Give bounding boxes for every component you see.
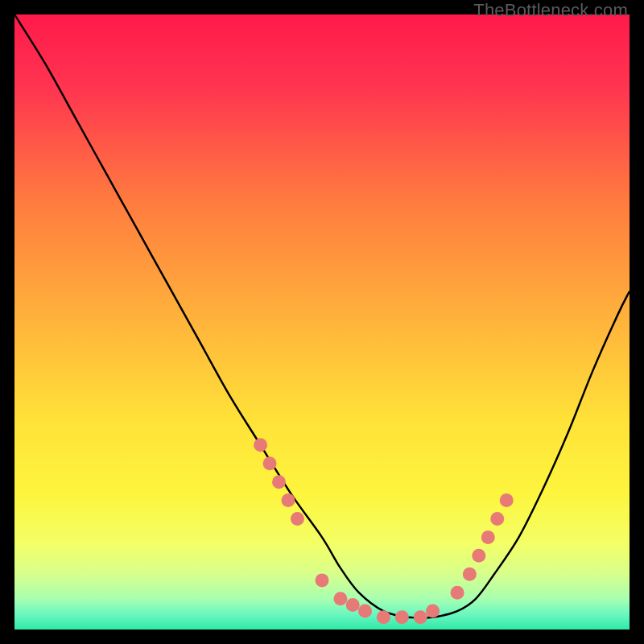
svg-point-16 bbox=[472, 549, 485, 563]
svg-point-11 bbox=[395, 610, 409, 624]
svg-point-7 bbox=[333, 592, 347, 605]
highlight-dots bbox=[254, 438, 514, 624]
svg-point-9 bbox=[358, 605, 372, 618]
svg-point-18 bbox=[490, 512, 504, 526]
watermark-text: TheBottleneck.com bbox=[473, 0, 628, 21]
svg-point-13 bbox=[426, 605, 440, 618]
svg-point-3 bbox=[272, 475, 286, 489]
svg-point-2 bbox=[263, 456, 277, 470]
svg-point-17 bbox=[481, 530, 495, 544]
bottleneck-curve bbox=[14, 14, 630, 618]
svg-point-5 bbox=[291, 512, 304, 526]
svg-point-1 bbox=[254, 438, 267, 452]
svg-point-12 bbox=[414, 610, 427, 624]
svg-point-19 bbox=[500, 493, 514, 507]
svg-point-10 bbox=[377, 610, 390, 624]
chart-plot bbox=[14, 14, 630, 630]
chart-frame bbox=[14, 14, 630, 630]
svg-point-6 bbox=[316, 573, 329, 587]
svg-point-8 bbox=[346, 598, 360, 612]
svg-point-15 bbox=[463, 568, 477, 581]
svg-point-4 bbox=[281, 493, 295, 507]
svg-point-14 bbox=[451, 586, 464, 600]
